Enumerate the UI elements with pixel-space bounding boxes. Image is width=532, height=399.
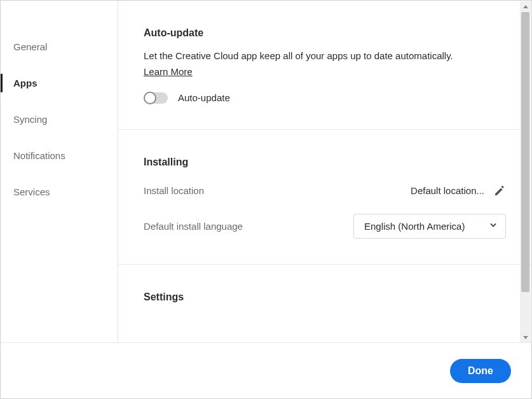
- sidebar-item-services[interactable]: Services: [1, 174, 118, 210]
- scrollbar: [520, 1, 531, 342]
- scroll-track[interactable]: [520, 12, 531, 332]
- install-location-row: Install location Default location...: [144, 185, 506, 197]
- auto-update-toggle-row: Auto-update: [144, 92, 506, 104]
- settings-section: Settings: [118, 265, 531, 319]
- install-language-label: Default install language: [144, 221, 243, 232]
- install-language-row: Default install language English (North …: [144, 214, 506, 239]
- auto-update-title: Auto-update: [144, 27, 506, 39]
- edit-location-button[interactable]: [493, 185, 506, 197]
- sidebar-item-general[interactable]: General: [1, 29, 118, 65]
- chevron-down-icon: [489, 221, 498, 232]
- auto-update-description: Let the Creative Cloud app keep all of y…: [144, 49, 506, 64]
- sidebar-item-syncing[interactable]: Syncing: [1, 101, 118, 137]
- main-panel: Auto-update Let the Creative Cloud app k…: [118, 1, 531, 343]
- arrow-up-icon: [522, 4, 529, 10]
- auto-update-toggle[interactable]: [144, 92, 168, 104]
- footer: Done: [1, 342, 531, 398]
- done-button[interactable]: Done: [450, 359, 511, 383]
- sidebar-item-apps[interactable]: Apps: [1, 65, 118, 101]
- auto-update-section: Auto-update Let the Creative Cloud app k…: [118, 1, 531, 130]
- installing-section: Installing Install location Default loca…: [118, 130, 531, 265]
- install-language-select-value: English (North America): [364, 221, 465, 232]
- arrow-down-icon: [522, 334, 529, 340]
- toggle-knob: [144, 92, 156, 104]
- install-location-value: Default location...: [411, 185, 484, 196]
- scroll-down-button[interactable]: [520, 332, 531, 342]
- scroll-thumb[interactable]: [521, 12, 529, 292]
- auto-update-toggle-label: Auto-update: [178, 92, 230, 103]
- install-location-label: Install location: [144, 185, 204, 196]
- learn-more-link[interactable]: Learn More: [144, 66, 193, 77]
- sidebar: General Apps Syncing Notifications Servi…: [1, 1, 118, 343]
- install-language-select[interactable]: English (North America): [353, 214, 506, 239]
- pencil-icon: [494, 185, 505, 197]
- installing-title: Installing: [144, 157, 506, 168]
- sidebar-item-notifications[interactable]: Notifications: [1, 137, 118, 174]
- scroll-up-button[interactable]: [520, 1, 531, 12]
- settings-title: Settings: [144, 291, 506, 303]
